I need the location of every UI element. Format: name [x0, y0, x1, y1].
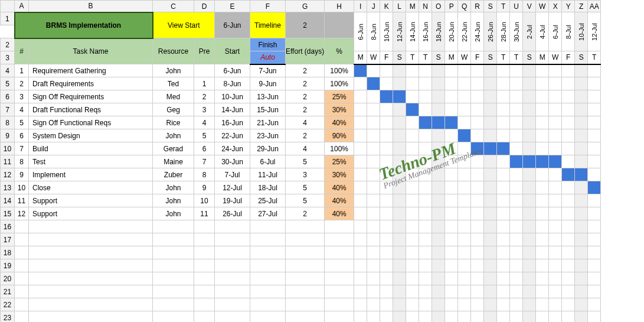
task-name[interactable]: Close [29, 181, 153, 194]
empty-cell[interactable] [153, 298, 194, 311]
task-resource[interactable]: John [153, 181, 194, 194]
empty-cell[interactable] [153, 220, 194, 233]
task-pre[interactable]: 9 [194, 181, 215, 194]
empty-cell[interactable] [588, 246, 601, 259]
task-percent[interactable]: 100% [325, 77, 354, 90]
empty-cell[interactable] [575, 298, 588, 311]
empty-cell[interactable] [367, 246, 380, 259]
empty-cell[interactable] [497, 246, 510, 259]
task-start[interactable]: 26-Jul [215, 207, 250, 220]
task-pre[interactable]: 2 [194, 90, 215, 103]
empty-cell[interactable] [549, 285, 562, 298]
task-name[interactable]: Sign Off Functional Reqs [29, 116, 153, 129]
empty-cell[interactable] [445, 311, 458, 323]
empty-cell[interactable] [354, 259, 367, 272]
empty-cell[interactable] [325, 285, 354, 298]
task-resource[interactable]: John [153, 129, 194, 142]
empty-cell[interactable] [325, 272, 354, 285]
empty-cell[interactable] [497, 298, 510, 311]
empty-cell[interactable] [250, 285, 286, 298]
empty-cell[interactable] [286, 220, 325, 233]
empty-cell[interactable] [406, 233, 419, 246]
empty-cell[interactable] [15, 246, 29, 259]
task-name[interactable]: Draft Requirements [29, 77, 153, 90]
empty-cell[interactable] [393, 233, 406, 246]
task-pre[interactable] [194, 64, 215, 77]
task-finish[interactable]: 21-Jun [250, 116, 286, 129]
task-finish[interactable]: 18-Jul [250, 181, 286, 194]
empty-cell[interactable] [432, 220, 445, 233]
empty-cell[interactable] [536, 298, 549, 311]
row-number[interactable]: 3 [1, 51, 15, 64]
empty-cell[interactable] [562, 272, 575, 285]
empty-cell[interactable] [588, 233, 601, 246]
col-letter[interactable]: T [497, 1, 510, 12]
col-letter[interactable]: L [393, 1, 406, 12]
empty-cell[interactable] [393, 285, 406, 298]
empty-cell[interactable] [215, 298, 250, 311]
task-finish[interactable]: 29-Jun [250, 142, 286, 155]
empty-cell[interactable] [432, 298, 445, 311]
row-number[interactable]: 13 [1, 181, 15, 194]
view-start-date[interactable]: 6-Jun [215, 12, 250, 38]
empty-cell[interactable] [458, 246, 471, 259]
empty-cell[interactable] [536, 285, 549, 298]
empty-cell[interactable] [153, 285, 194, 298]
empty-cell[interactable] [497, 272, 510, 285]
empty-cell[interactable] [29, 246, 153, 259]
empty-cell[interactable] [393, 272, 406, 285]
task-percent[interactable]: 90% [325, 129, 354, 142]
task-effort[interactable]: 2 [286, 207, 325, 220]
task-resource[interactable]: John [153, 207, 194, 220]
task-percent[interactable]: 40% [325, 116, 354, 129]
empty-cell[interactable] [380, 220, 393, 233]
task-resource[interactable]: Zuber [153, 168, 194, 181]
empty-cell[interactable] [194, 220, 215, 233]
empty-cell[interactable] [575, 220, 588, 233]
row-number[interactable]: 2 [1, 38, 15, 51]
empty-cell[interactable] [194, 233, 215, 246]
task-pre[interactable]: 6 [194, 142, 215, 155]
empty-cell[interactable] [419, 220, 432, 233]
task-percent[interactable]: 100% [325, 142, 354, 155]
col-letter[interactable]: J [367, 1, 380, 12]
task-name[interactable]: Sign Off Requirements [29, 90, 153, 103]
empty-cell[interactable] [575, 311, 588, 323]
empty-cell[interactable] [29, 259, 153, 272]
empty-cell[interactable] [484, 220, 497, 233]
empty-cell[interactable] [549, 298, 562, 311]
empty-cell[interactable] [419, 233, 432, 246]
task-pre[interactable]: 4 [194, 116, 215, 129]
empty-cell[interactable] [536, 246, 549, 259]
task-finish[interactable]: 25-Jul [250, 194, 286, 207]
empty-cell[interactable] [432, 311, 445, 323]
row-number[interactable]: 19 [1, 259, 15, 272]
row-number[interactable]: 6 [1, 90, 15, 103]
empty-cell[interactable] [510, 246, 523, 259]
task-name[interactable]: Support [29, 207, 153, 220]
empty-cell[interactable] [250, 311, 286, 323]
empty-cell[interactable] [380, 272, 393, 285]
row-number[interactable]: 7 [1, 103, 15, 116]
empty-cell[interactable] [194, 246, 215, 259]
task-percent[interactable]: 30% [325, 103, 354, 116]
empty-cell[interactable] [484, 285, 497, 298]
empty-cell[interactable] [549, 233, 562, 246]
empty-cell[interactable] [354, 311, 367, 323]
task-start[interactable]: 10-Jun [215, 90, 250, 103]
empty-cell[interactable] [458, 311, 471, 323]
empty-cell[interactable] [432, 259, 445, 272]
empty-cell[interactable] [419, 298, 432, 311]
empty-cell[interactable] [29, 285, 153, 298]
task-percent[interactable]: 40% [325, 207, 354, 220]
task-start[interactable]: 7-Jul [215, 168, 250, 181]
task-start[interactable]: 22-Jun [215, 129, 250, 142]
task-pre[interactable]: 8 [194, 168, 215, 181]
empty-cell[interactable] [536, 311, 549, 323]
empty-cell[interactable] [194, 285, 215, 298]
empty-cell[interactable] [286, 272, 325, 285]
task-percent[interactable]: 40% [325, 181, 354, 194]
row-number[interactable]: 21 [1, 285, 15, 298]
empty-cell[interactable] [588, 259, 601, 272]
empty-cell[interactable] [471, 272, 484, 285]
